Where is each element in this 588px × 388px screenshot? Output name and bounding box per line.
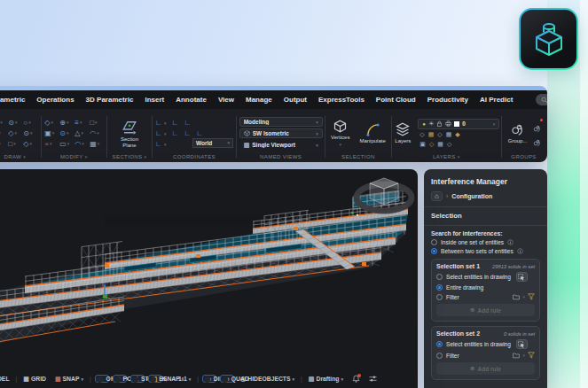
group-label-modify[interactable]: MODIFY ▾ (60, 153, 88, 160)
layer-tool-icon[interactable]: ▦ (446, 131, 452, 138)
statusbar-snap[interactable]: ▦SNAP▾ (52, 374, 86, 384)
set1-filter-radio[interactable]: Filter ▾ (436, 293, 535, 300)
tool-icon[interactable]: ⊕▾ (59, 118, 73, 128)
layer-color-swatch[interactable] (454, 121, 459, 127)
tool-icon[interactable]: ▦▾ (90, 139, 103, 149)
layer-print-icon[interactable] (445, 120, 451, 127)
ucs-tool-icon[interactable]: ∟ ▾ (155, 119, 167, 127)
ucs-tool-icon[interactable]: ∟ (172, 119, 179, 127)
home-button[interactable]: ⌂ (431, 191, 443, 201)
tool-icon[interactable]: ≡▾ (74, 118, 88, 128)
tool-icon[interactable]: □▾ (90, 118, 103, 128)
tool-icon[interactable]: ◇▾ (23, 139, 36, 149)
statusbar-quad[interactable]: ▭QUAD (220, 375, 234, 383)
tool-icon[interactable]: ▣▾ (44, 128, 58, 138)
tool-icon[interactable]: ◠▾ (90, 128, 103, 138)
radio-circle[interactable] (431, 239, 437, 245)
vertices-button[interactable]: Vertices▾ (329, 120, 351, 148)
ribbon-tab-expresstools[interactable]: ExpressTools (318, 96, 365, 104)
layer-tool-icon[interactable]: ◇ (437, 131, 442, 138)
layer-state-dropdown[interactable]: ● ☀ 0 ▾ (418, 119, 499, 129)
tool-icon[interactable]: ○▾ (23, 118, 36, 128)
ucs-tool-icon[interactable]: ∟ ▾ (155, 129, 167, 137)
ribbon-tab-ai-predict[interactable]: AI Predict (480, 96, 513, 104)
tool-icon[interactable]: ◇▾ (8, 128, 21, 138)
drawing-viewport[interactable]: MODEL|▦GRID▦SNAP▾|∟ORTHO⊕POLAR▾∠STRACK▣E… (0, 169, 418, 388)
layer-tool-icon[interactable]: ◇ (429, 141, 434, 148)
ucs-tool-icon[interactable]: ∟ (184, 129, 191, 137)
statusbar-model[interactable]: MODEL (0, 374, 12, 384)
ucs-tool-icon[interactable]: ∟ ▾ (155, 140, 167, 148)
layer-tool-icon[interactable]: ▦ (428, 131, 435, 138)
statusbar-esnap[interactable]: ▣ESNAP▾ (148, 375, 162, 383)
manipulate-button[interactable]: Manipulate (357, 123, 387, 144)
set1-pick-entities-button[interactable] (516, 272, 528, 282)
set2-pick-entities-button[interactable] (516, 339, 528, 349)
statusbar-polar[interactable]: ⊕POLAR▾ (113, 375, 127, 383)
radio-between-two-sets[interactable]: Between two sets of entities (431, 248, 540, 254)
section-plane-button[interactable]: Section Plane (113, 119, 146, 148)
layer-on-bulb-icon[interactable]: ● (422, 121, 426, 127)
layers-button[interactable]: Layers (393, 122, 412, 144)
viewport-config-dropdown[interactable]: ▤ Single Viewport▾ (239, 140, 323, 150)
open-filter-folder-icon[interactable] (513, 293, 520, 300)
info-icon[interactable] (507, 239, 514, 245)
ucs-world-dropdown[interactable]: World▾ (192, 138, 233, 148)
layer-freeze-sun-icon[interactable]: ☀ (428, 120, 434, 128)
radio-circle-selected[interactable] (431, 248, 437, 254)
named-view-dropdown[interactable]: SW Isometric▾ (239, 128, 323, 138)
tool-icon[interactable]: ╱▾ (0, 128, 6, 138)
layer-lock-icon[interactable] (436, 120, 443, 127)
ribbon-tab-output[interactable]: Output (284, 96, 307, 104)
visual-style-dropdown[interactable]: Modeling▾ (239, 117, 323, 127)
group-label-draw[interactable]: DRAW ▾ (4, 153, 26, 160)
tool-icon[interactable]: ▭▾ (59, 139, 73, 149)
group-label-sections[interactable]: SECTIONS ▾ (113, 153, 147, 160)
tool-icon[interactable]: ◠▾ (74, 139, 88, 149)
layer-tool-icon[interactable]: ▦ (437, 141, 443, 148)
tool-icon[interactable]: ⊙▾ (8, 118, 21, 128)
ribbon-search-input[interactable]: Search in Ribbon (536, 94, 547, 105)
ucs-tool-icon[interactable]: ∟ (196, 129, 203, 137)
set1-entire-drawing-radio[interactable]: Entire drawing (436, 284, 535, 291)
ribbon-tab-operations[interactable]: Operations (36, 96, 74, 104)
ribbon-tab-manage[interactable]: Manage (246, 96, 272, 104)
statusbar-drafting[interactable]: ▤Drafting▾ (306, 374, 346, 384)
open-filter-folder-icon[interactable] (513, 352, 520, 359)
statusbar-sliders[interactable] (366, 373, 380, 384)
tool-icon[interactable]: ○▾ (0, 139, 6, 149)
set2-select-entities-radio[interactable]: Select entities in drawing (436, 339, 535, 349)
layer-tool-icon[interactable]: ◆ (455, 131, 459, 138)
statusbar-din[interactable]: ▭DIN (202, 375, 216, 383)
layer-tool-icon[interactable]: ▣ (419, 141, 426, 148)
ribbon-tab-parametric[interactable]: Parametric (0, 96, 25, 104)
group-button[interactable]: Group... (506, 123, 529, 144)
set1-add-rule-button[interactable]: ⊕ Add rule (436, 304, 535, 316)
tool-icon[interactable]: ◠▾ (0, 118, 6, 128)
statusbar-ortho[interactable]: ∟ORTHO (95, 375, 109, 383)
group-label-layers[interactable]: LAYERS ▾ (433, 153, 460, 160)
edit-filter-funnel-icon[interactable] (528, 293, 535, 300)
group-add-button[interactable] (533, 120, 541, 136)
layer-tool-icon[interactable]: ◇ (419, 131, 424, 138)
statusbar-grid[interactable]: ▦GRID (20, 374, 49, 384)
set2-add-rule-button[interactable]: ⊕ Add rule (436, 362, 535, 375)
statusbar-bell[interactable] (349, 373, 363, 384)
tool-icon[interactable]: ×▾ (44, 139, 58, 149)
tool-icon[interactable]: □▾ (8, 139, 21, 149)
edit-filter-funnel-icon[interactable] (528, 352, 535, 359)
tool-icon[interactable]: △▾ (74, 128, 88, 138)
ribbon-tab-3d-parametric[interactable]: 3D Parametric (86, 96, 134, 104)
tool-icon[interactable]: ⊙▾ (59, 128, 73, 138)
tool-icon[interactable]: ⊙▾ (23, 128, 36, 138)
set1-select-entities-radio[interactable]: Select entities in drawing (436, 272, 535, 282)
set2-filter-radio[interactable]: Filter ▾ (436, 352, 535, 359)
radio-inside-one-set[interactable]: Inside one set of entities (431, 239, 540, 245)
ucs-tool-icon[interactable]: ∟ (172, 129, 179, 137)
group-edit-icon[interactable] (533, 139, 541, 147)
layer-tool-icon[interactable]: ◇ (447, 141, 451, 148)
info-icon[interactable] (517, 248, 523, 254)
ribbon-tab-productivity[interactable]: Productivity (427, 96, 468, 104)
tool-icon[interactable]: ◇▾ (44, 118, 58, 128)
ucs-tool-icon[interactable]: ∟ (184, 119, 191, 127)
